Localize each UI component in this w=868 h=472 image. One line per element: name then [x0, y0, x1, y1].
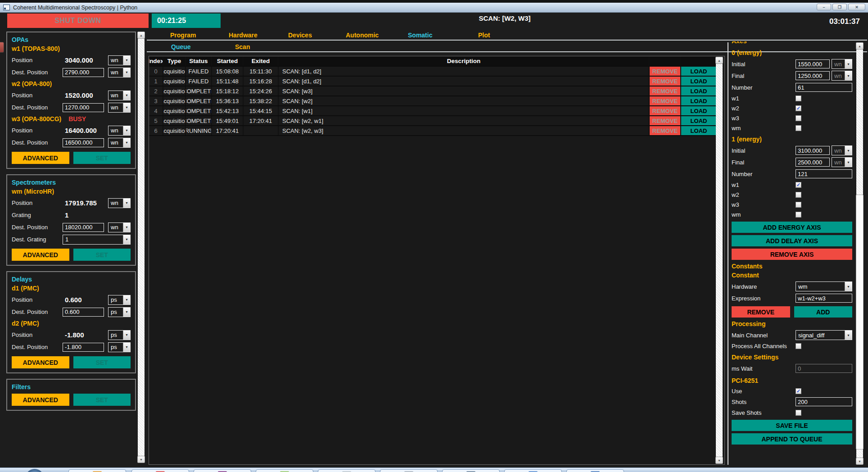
maximize-button[interactable]: ❐	[832, 4, 847, 10]
axis-0-w1-checkbox[interactable]: ✓	[796, 95, 801, 101]
wm-dest-input[interactable]: 18020.000	[63, 223, 104, 232]
axis-0-w3-checkbox[interactable]: ✓	[796, 115, 801, 121]
main-channel-dropdown[interactable]: signal_diff ▼	[796, 330, 852, 340]
pci-use-checkbox[interactable]: ✓	[796, 388, 801, 394]
queue-scrollbar-track[interactable]	[716, 64, 723, 457]
load-button[interactable]: LOAD	[681, 86, 716, 95]
remove-button[interactable]: REMOVE	[650, 86, 680, 95]
load-button[interactable]: LOAD	[681, 96, 716, 105]
start-button-icon[interactable]	[25, 469, 45, 472]
add-delay-axis-button[interactable]: ADD DELAY AXIS	[732, 235, 852, 246]
axis-0-initial-input[interactable]: 1550.000	[796, 59, 830, 68]
w2-dest-input[interactable]: 1270.000	[63, 103, 104, 112]
pci-save-shots-checkbox[interactable]: ✓	[796, 410, 801, 416]
w1-dest-input[interactable]: 2790.000	[63, 68, 104, 77]
opas-advanced-button[interactable]: ADVANCED	[12, 152, 69, 164]
tab-hardware[interactable]: Hardware	[229, 32, 258, 39]
taskbar-button[interactable]	[566, 469, 624, 472]
scan-panel-scrollbar-thumb[interactable]	[856, 195, 863, 449]
d2-dest-input[interactable]: -1.800	[63, 343, 104, 352]
load-button[interactable]: LOAD	[681, 126, 716, 135]
tab-program[interactable]: Program	[170, 32, 196, 39]
scroll-up-icon[interactable]: ▲	[856, 42, 863, 50]
subtab-queue[interactable]: Queue	[171, 43, 191, 50]
remove-button[interactable]: REMOVE	[650, 106, 680, 115]
w3-position-units-dropdown[interactable]: wn ▼	[108, 126, 131, 136]
scan-panel-scrollbar[interactable]: ▲ ▼	[856, 42, 863, 465]
subtab-scan[interactable]: Scan	[235, 43, 250, 50]
remove-button[interactable]: REMOVE	[650, 67, 680, 76]
scroll-up-icon[interactable]: ▲	[137, 32, 145, 39]
scroll-down-icon[interactable]: ▼	[856, 458, 863, 465]
axis-1-number-input[interactable]: 121	[796, 169, 852, 178]
queue-scrollbar[interactable]: ▲ ▼	[715, 57, 723, 464]
taskbar-button[interactable]	[442, 469, 500, 472]
scroll-up-icon[interactable]: ▲	[715, 57, 723, 64]
axis-0-initial-units-dropdown[interactable]: wn ▼	[832, 59, 852, 69]
scroll-down-icon[interactable]: ▼	[137, 456, 145, 463]
spectrometers-set-button[interactable]: SET	[73, 249, 131, 261]
constant-hardware-dropdown[interactable]: wm ▼	[796, 281, 852, 291]
tab-plot[interactable]: Plot	[478, 32, 490, 39]
constant-remove-button[interactable]: REMOVE	[732, 306, 790, 318]
axis-1-w3-checkbox[interactable]: ✓	[796, 202, 801, 208]
w2-position-units-dropdown[interactable]: wn ▼	[108, 91, 131, 100]
spectrometers-advanced-button[interactable]: ADVANCED	[12, 249, 69, 261]
w3-dest-input[interactable]: 16500.000	[63, 138, 104, 147]
load-button[interactable]: LOAD	[681, 77, 716, 86]
remove-button[interactable]: REMOVE	[650, 126, 680, 135]
w3-dest-units-dropdown[interactable]: wn ▼	[108, 138, 131, 148]
axis-1-w2-checkbox[interactable]: ✓	[796, 192, 801, 198]
filters-advanced-button[interactable]: ADVANCED	[12, 394, 69, 406]
shutdown-button[interactable]: SHUT DOWN	[7, 14, 149, 28]
axis-0-wm-checkbox[interactable]: ✓	[796, 125, 801, 131]
save-file-button[interactable]: SAVE FILE	[732, 420, 852, 431]
axis-1-final-units-dropdown[interactable]: wn ▼	[832, 157, 852, 167]
delays-set-button[interactable]: SET	[73, 356, 131, 368]
process-all-checkbox[interactable]: ✓	[796, 343, 801, 349]
taskbar-button[interactable]	[380, 469, 438, 472]
axis-0-number-input[interactable]: 61	[796, 83, 852, 92]
sidebar-scrollbar[interactable]: ▲ ▼	[137, 32, 145, 463]
taskbar-button[interactable]	[504, 469, 562, 472]
filters-set-button[interactable]: SET	[73, 394, 131, 406]
d1-position-units-dropdown[interactable]: ps ▼	[108, 295, 131, 305]
taskbar-button[interactable]	[68, 469, 126, 472]
delays-advanced-button[interactable]: ADVANCED	[12, 356, 69, 368]
axis-0-final-units-dropdown[interactable]: wn ▼	[832, 71, 852, 81]
d2-position-units-dropdown[interactable]: ps ▼	[108, 330, 131, 340]
wm-position-units-dropdown[interactable]: wn ▼	[108, 198, 131, 208]
ms-wait-input[interactable]: 0	[796, 364, 852, 373]
w2-dest-units-dropdown[interactable]: wn ▼	[108, 103, 131, 113]
tab-somatic[interactable]: Somatic	[408, 32, 432, 39]
close-button[interactable]: ✕	[848, 4, 865, 10]
axis-0-w2-checkbox[interactable]: ✓	[796, 105, 801, 111]
w1-dest-units-dropdown[interactable]: wn ▼	[108, 68, 131, 77]
w1-position-units-dropdown[interactable]: wn ▼	[108, 55, 131, 65]
constant-expression-input[interactable]: w1-w2+w3	[796, 294, 852, 303]
tab-devices[interactable]: Devices	[288, 32, 312, 39]
wm-dest-units-dropdown[interactable]: wn ▼	[108, 222, 131, 232]
axis-1-initial-input[interactable]: 3100.000	[796, 146, 830, 155]
taskbar-button[interactable]	[256, 469, 313, 472]
load-button[interactable]: LOAD	[681, 116, 716, 125]
d1-dest-units-dropdown[interactable]: ps ▼	[108, 307, 131, 317]
axis-1-w1-checkbox[interactable]: ✓	[796, 182, 801, 188]
taskbar-button[interactable]	[318, 469, 375, 472]
wm-dest-grating-dropdown[interactable]: 1 ▼	[63, 235, 131, 245]
axis-1-initial-units-dropdown[interactable]: wn ▼	[832, 145, 852, 155]
remove-button[interactable]: REMOVE	[650, 116, 680, 125]
add-energy-axis-button[interactable]: ADD ENERGY AXIS	[732, 222, 852, 233]
sidebar-scrollbar-track[interactable]	[138, 39, 145, 456]
axis-0-final-input[interactable]: 1250.000	[796, 71, 830, 80]
axis-1-wm-checkbox[interactable]: ✓	[796, 212, 801, 218]
opas-set-button[interactable]: SET	[73, 152, 131, 164]
d1-dest-input[interactable]: 0.600	[63, 308, 104, 317]
remove-button[interactable]: REMOVE	[650, 77, 680, 86]
taskbar-button[interactable]	[194, 469, 251, 472]
load-button[interactable]: LOAD	[681, 67, 716, 76]
taskbar-button[interactable]	[131, 469, 189, 472]
append-to-queue-button[interactable]: APPEND TO QUEUE	[732, 433, 852, 445]
load-button[interactable]: LOAD	[681, 106, 716, 115]
constant-add-button[interactable]: ADD	[794, 306, 853, 318]
